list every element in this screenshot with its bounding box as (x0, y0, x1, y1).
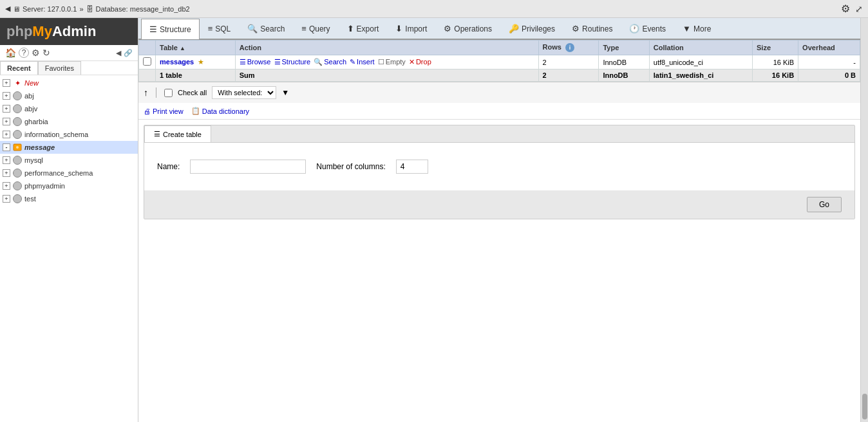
gear-icon[interactable]: ⚙ (841, 3, 850, 15)
create-table-tab-btn[interactable]: ☰ Create table (144, 125, 211, 142)
refresh-icon[interactable]: ↻ (42, 48, 50, 58)
go-button[interactable]: Go (807, 197, 842, 212)
up-arrow-icon: ↑ (144, 87, 148, 98)
sidebar-item-performance-schema[interactable]: + performance_schema (0, 167, 138, 179)
row-size: 16 KiB (753, 55, 798, 69)
operations-icon: ⚙ (444, 24, 451, 33)
home-icon[interactable]: 🏠 (5, 48, 16, 58)
new-icon: ✦ (12, 78, 23, 88)
th-table[interactable]: Table ▲ (156, 41, 236, 55)
mysql-label: mysql (24, 156, 43, 164)
structure-link[interactable]: ☰Structure (274, 58, 313, 66)
favorites-tab[interactable]: Favorites (38, 61, 81, 75)
collapse-sidebar-icon[interactable]: ◀ (116, 49, 121, 57)
search-link[interactable]: 🔍Search (314, 58, 348, 66)
performance-icon (12, 168, 23, 178)
th-overhead: Overhead (798, 41, 860, 55)
row-overhead: - (798, 55, 860, 69)
browse-icon: ☰ (240, 58, 246, 66)
with-selected-dropdown[interactable]: With selected: (212, 86, 276, 99)
empty-link[interactable]: ☐Empty (378, 58, 408, 66)
tab-search[interactable]: 🔍 Search (239, 18, 293, 39)
browse-link[interactable]: ☰Browse (240, 58, 273, 66)
events-icon: 🕐 (629, 24, 639, 33)
new-expand[interactable]: + (3, 79, 10, 87)
table-name-input[interactable] (190, 160, 306, 174)
chain-icon[interactable]: 🔗 (124, 49, 133, 57)
db-list: + ✦ New + abj + abjv + gharbia + (0, 75, 138, 422)
content: ☰ Structure ≡ SQL 🔍 Search ≡ Query ⬆ (138, 18, 860, 422)
sidebar-item-information-schema[interactable]: + information_schema (0, 128, 138, 141)
th-checkbox (139, 41, 156, 55)
drop-link[interactable]: ✕Drop (409, 58, 431, 66)
gharbia-expand[interactable]: + (3, 118, 10, 125)
help-icon[interactable]: ? (19, 48, 29, 58)
information-label: information_schema (24, 131, 88, 138)
import-icon: ⬇ (395, 24, 402, 33)
logo: phpMyAdmin (6, 23, 96, 40)
th-table-label: Table (160, 44, 178, 51)
data-dictionary-link[interactable]: 📋 Data dictionary (191, 107, 249, 115)
sidebar-item-abjv[interactable]: + abjv (0, 102, 138, 115)
performance-expand[interactable]: + (3, 169, 10, 177)
abjv-label: abjv (24, 105, 37, 113)
sidebar-item-phpmyadmin[interactable]: + phpmyadmin (0, 179, 138, 192)
sidebar-item-abj[interactable]: + abj (0, 89, 138, 102)
tab-more[interactable]: ▼ More (674, 18, 719, 39)
abj-expand[interactable]: + (3, 92, 10, 100)
db-icon: 🗄 (86, 5, 93, 13)
sidebar-item-test[interactable]: + test (0, 192, 138, 205)
row-checkbox[interactable] (143, 57, 151, 66)
tab-events-label: Events (642, 24, 666, 33)
tab-structure[interactable]: ☰ Structure (141, 19, 200, 39)
rows-info-icon[interactable]: i (565, 43, 574, 52)
phpmyadmin-expand[interactable]: + (3, 182, 10, 190)
sidebar-item-gharbia[interactable]: + gharbia (0, 115, 138, 128)
sum-row: 1 table Sum 2 InnoDB latin1_swedish_ci 1… (139, 69, 860, 82)
tab-query-label: Query (309, 24, 330, 33)
check-all-checkbox[interactable] (164, 89, 173, 97)
abjv-expand[interactable]: + (3, 105, 10, 113)
tab-events[interactable]: 🕐 Events (621, 18, 674, 39)
sql-icon: ≡ (208, 24, 213, 33)
tab-structure-label: Structure (160, 25, 191, 34)
nav-tabs: ☰ Structure ≡ SQL 🔍 Search ≡ Query ⬆ (138, 18, 860, 40)
bottom-toolbar: ↑ Check all With selected: ▼ (138, 82, 860, 103)
scrollbar-area[interactable] (860, 18, 868, 422)
database-label: Database: message_into_db2 (96, 5, 190, 13)
settings-icon[interactable]: ⚙ (32, 48, 40, 58)
create-table-tab-label: Create table (163, 131, 202, 138)
create-table-tab: ☰ Create table (144, 125, 854, 142)
tab-query[interactable]: ≡ Query (293, 18, 338, 39)
recent-tab[interactable]: Recent (0, 61, 38, 75)
tab-sql[interactable]: ≡ SQL (200, 18, 240, 39)
cols-input[interactable] (396, 160, 428, 174)
tab-operations[interactable]: ⚙ Operations (435, 18, 500, 39)
content-inner: Table ▲ Action Rows i Type Collation (138, 40, 860, 422)
test-expand[interactable]: + (3, 195, 10, 203)
back-button[interactable]: ◀ (5, 5, 10, 13)
tab-routines[interactable]: ⚙ Routines (563, 18, 621, 39)
dropdown-arrow-icon: ▼ (281, 88, 289, 97)
tab-export[interactable]: ⬆ Export (339, 18, 388, 39)
insert-link[interactable]: ✎Insert (350, 58, 377, 66)
print-view-link[interactable]: 🖨 Print view (144, 107, 184, 115)
mysql-expand[interactable]: + (3, 156, 10, 164)
star-icon[interactable]: ★ (198, 58, 204, 66)
abj-icon (12, 91, 23, 101)
data-dictionary-label: Data dictionary (202, 107, 249, 115)
structure-icon: ☰ (149, 24, 157, 34)
sidebar-item-mysql[interactable]: + mysql (0, 154, 138, 167)
table-name-link[interactable]: messages (160, 58, 194, 66)
expand-icon[interactable]: ⤢ (855, 4, 863, 14)
print-icon: 🖨 (144, 107, 151, 115)
create-table-section: ☰ Create table Name: Number of columns: (144, 125, 855, 219)
dictionary-icon: 📋 (191, 107, 200, 115)
top-bar: ◀ 🖥 Server: 127.0.0.1 » 🗄 Database: mess… (0, 0, 868, 18)
sidebar-item-message[interactable]: - message (0, 141, 138, 154)
information-expand[interactable]: + (3, 131, 10, 138)
message-expand[interactable]: - (3, 143, 10, 151)
tab-import[interactable]: ⬇ Import (387, 18, 435, 39)
new-db-item[interactable]: + ✦ New (0, 77, 138, 89)
tab-privileges[interactable]: 🔑 Privileges (500, 18, 563, 39)
